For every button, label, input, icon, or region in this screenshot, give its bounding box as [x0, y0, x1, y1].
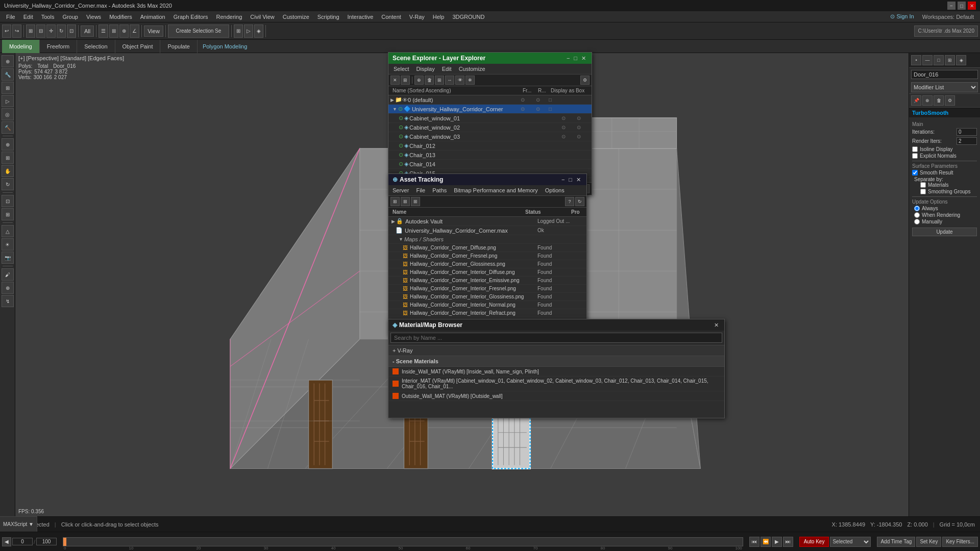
play-backward-button[interactable]: ⏪ [761, 537, 771, 547]
at-map-int-diffuse[interactable]: 🖼 Hallway_Corridor_Corner_Interior_Diffu… [388, 268, 586, 277]
helper-button[interactable]: ⊕ [2, 282, 14, 294]
frame-input[interactable] [12, 538, 33, 545]
at-map-diffuse[interactable]: 🖼 Hallway_Corridor_Corner_Diffuse.png Fo… [388, 244, 586, 252]
hierarchy-button[interactable]: ⊞ [2, 82, 14, 94]
at-tb-btn2[interactable]: ⊞ [401, 197, 410, 206]
scale-button[interactable]: ⊡ [67, 24, 76, 38]
maximize-button[interactable]: □ [958, 2, 966, 10]
turbosmooth-header[interactable]: TurboSmooth [909, 108, 980, 117]
isoline-display-checkbox[interactable] [912, 146, 918, 152]
select-by-name-button[interactable]: ☰ [99, 24, 108, 38]
view-label[interactable]: View [144, 26, 163, 37]
menu-group[interactable]: Group [58, 13, 82, 21]
menu-graph-editors[interactable]: Graph Editors [169, 13, 212, 21]
total-frames-input[interactable] [36, 538, 57, 545]
create-panel-button[interactable]: ⊕ [2, 55, 14, 67]
motion-button[interactable]: ▷ [2, 95, 14, 107]
menu-interactive[interactable]: Interactive [344, 13, 378, 21]
le-chair-012[interactable]: ⊙ ◈ Chair_012 [388, 141, 592, 151]
object-name-input[interactable] [911, 70, 978, 79]
modify-panel-button[interactable]: 🔧 [2, 68, 14, 81]
at-menu-bitmap[interactable]: Bitmap Performance and Memory [452, 186, 540, 194]
menu-rendering[interactable]: Rendering [212, 13, 247, 21]
mat-browser-header[interactable]: ◈ Material/Map Browser ✕ [388, 319, 724, 331]
create-selection-set-button[interactable]: Create Selection Se [168, 24, 229, 38]
pin-button[interactable]: 📌 [911, 95, 921, 106]
at-tb-btn1[interactable]: ⊞ [390, 197, 400, 206]
at-maximize-button[interactable]: □ [567, 177, 574, 183]
at-vault-row[interactable]: ▶ 🔒 Autodesk Vault Logged Out ... [388, 217, 586, 226]
update-button[interactable]: Update [912, 228, 977, 236]
selected-dropdown[interactable]: Selected [830, 537, 871, 547]
mat-outside-wall[interactable]: Outside_Wall_MAT (VRayMtl) [Outside_wall… [388, 391, 724, 401]
asset-tracking-header[interactable]: ⊕ Asset Tracking − □ ✕ [388, 174, 586, 185]
redo-button[interactable]: ↪ [12, 24, 21, 38]
key-filters-button[interactable]: Key Filters... [942, 537, 978, 547]
render-button[interactable]: ▷ [244, 24, 253, 38]
light-button[interactable]: ☀ [2, 238, 14, 251]
go-end-button[interactable]: ⏭ [783, 537, 793, 547]
smoothing-groups-checkbox[interactable] [920, 189, 926, 194]
display-button[interactable]: ◎ [2, 108, 14, 120]
zoom-button[interactable]: ⊕ [2, 138, 14, 151]
element-subobj-button[interactable]: ◈ [956, 55, 966, 65]
menu-tools[interactable]: Tools [37, 13, 59, 21]
at-menu-options[interactable]: Options [543, 186, 567, 194]
le-tb-invert[interactable]: ↔ [445, 76, 454, 85]
timeline-playhead[interactable] [63, 538, 66, 546]
at-map-int-fresnel[interactable]: 🖼 Hallway_Corridor_Corner_Interior_Fresn… [388, 285, 586, 293]
menu-file[interactable]: File [2, 13, 19, 21]
at-map-int-refract[interactable]: 🖼 Hallway_Corridor_Corner_Interior_Refra… [388, 309, 586, 317]
space-warp-button[interactable]: ↯ [2, 295, 14, 307]
mat-interior[interactable]: Interior_MAT (VRayMtl) [Cabinet_window_0… [388, 377, 724, 391]
mat-scene-section[interactable]: - Scene Materials [388, 356, 724, 367]
snap-3d-button[interactable]: ⊕ [119, 24, 129, 38]
menu-customize[interactable]: Customize [279, 13, 313, 21]
le-minimize-button[interactable]: − [565, 55, 571, 62]
at-map-int-normal[interactable]: 🖼 Hallway_Corridor_Corner_Interior_Norma… [388, 301, 586, 309]
timeline-track[interactable] [63, 537, 743, 546]
smooth-result-checkbox[interactable] [912, 170, 918, 176]
mat-inside-wall[interactable]: Inside_Wall_MAT (VRayMtl) [Inside_wall, … [388, 367, 724, 377]
at-map-glossiness[interactable]: 🖼 Hallway_Corridor_Corner_Glossiness.png… [388, 260, 586, 268]
at-menu-paths[interactable]: Paths [430, 186, 449, 194]
tab-populate[interactable]: Populate [160, 40, 197, 53]
select-button[interactable]: ⊞ [26, 24, 35, 38]
menu-scripting[interactable]: Scripting [313, 13, 344, 21]
at-minimize-button[interactable]: − [560, 177, 566, 183]
window-crossing-button[interactable]: ⊞ [109, 24, 118, 38]
tab-freeform[interactable]: Freeform [40, 40, 78, 53]
at-menu-server[interactable]: Server [390, 186, 411, 194]
manually-radio[interactable] [914, 219, 920, 224]
at-maps-group[interactable]: ▼ Maps / Shaders [388, 235, 586, 244]
layer-explorer-header[interactable]: Scene Explorer - Layer Explorer − □ ✕ [388, 53, 592, 64]
at-map-int-emissive[interactable]: 🖼 Hallway_Corridor_Corner_Interior_Emiss… [388, 277, 586, 285]
set-key-button[interactable]: Set Key [916, 537, 941, 547]
menu-help[interactable]: Help [429, 13, 449, 21]
undo-button[interactable]: ↩ [2, 24, 11, 38]
iterations-input[interactable] [957, 128, 977, 136]
at-map-int-glossiness[interactable]: 🖼 Hallway_Corridor_Corner_Interior_Gloss… [388, 293, 586, 301]
paint-button[interactable]: 🖌 [2, 268, 14, 281]
le-layer-university[interactable]: ▼ ⊙ 🔷 University_Hallway_Corridor_Corner… [388, 105, 592, 114]
arc-rotate-button[interactable]: ↻ [2, 178, 14, 190]
menu-views[interactable]: Views [82, 13, 105, 21]
le-tb-new-layer[interactable]: ⊕ [414, 76, 424, 85]
shape-button[interactable]: △ [2, 225, 14, 237]
menu-animation[interactable]: Animation [136, 13, 169, 21]
le-tb-delete[interactable]: 🗑 [425, 76, 434, 85]
le-tb-select-all[interactable]: ⊞ [435, 76, 444, 85]
at-tb-refresh[interactable]: ↻ [575, 197, 584, 206]
utilities-button[interactable]: 🔨 [2, 121, 14, 134]
render-iters-input[interactable] [957, 137, 977, 145]
le-menu-display[interactable]: Display [414, 65, 437, 73]
angle-snap-button[interactable]: ∠ [130, 24, 139, 38]
at-scene-row[interactable]: 📄 University_Hallway_Corridor_Corner.max… [388, 226, 586, 235]
modifier-list-dropdown[interactable]: Modifier List [911, 82, 978, 92]
le-tb-filter[interactable]: ⊞ [401, 76, 410, 85]
auto-key-button[interactable]: Auto Key [799, 537, 829, 547]
le-menu-edit[interactable]: Edit [440, 65, 454, 73]
select-region-button[interactable]: ⊟ [36, 24, 45, 38]
le-tb-settings[interactable]: ⚙ [580, 76, 590, 85]
menu-content[interactable]: Content [377, 13, 405, 21]
